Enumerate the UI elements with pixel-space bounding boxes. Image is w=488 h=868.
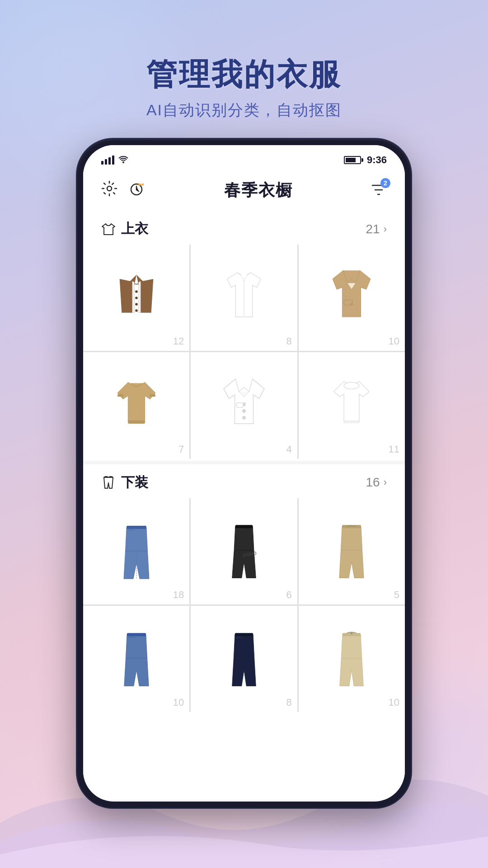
svg-point-15: [344, 382, 360, 389]
nav-title: 春季衣橱: [224, 179, 293, 202]
svg-rect-19: [235, 525, 253, 528]
app-content: 春季衣橱 2: [83, 170, 405, 800]
signal-icon: [101, 156, 114, 165]
item-count: 8: [286, 335, 291, 347]
item-count: 4: [286, 443, 291, 455]
page-subtitle: AI自动识别分类，自动抠图: [146, 100, 342, 121]
svg-rect-11: [150, 394, 155, 397]
item-count: 5: [394, 589, 399, 601]
item-count: 6: [286, 589, 291, 601]
item-count: 18: [173, 589, 184, 601]
header-section: 管理我的衣服 AI自动识别分类，自动抠图: [146, 54, 342, 121]
clothing-item-pants-navy[interactable]: 8: [191, 606, 297, 712]
bottoms-grid: 18: [83, 498, 405, 712]
svg-point-8: [351, 303, 353, 306]
item-count: 11: [389, 443, 399, 455]
svg-rect-23: [235, 633, 253, 636]
category-tops: 上衣 21 ›: [83, 211, 405, 459]
tops-title: 上衣: [101, 220, 148, 238]
item-count: 12: [173, 335, 184, 347]
svg-rect-22: [127, 633, 146, 636]
phone-mockup: 9:36: [77, 139, 411, 808]
battery-icon: [344, 156, 363, 164]
page-title: 管理我的衣服: [146, 54, 342, 95]
top-nav: 春季衣橱 2: [83, 170, 405, 211]
clothing-item-tshirt-white[interactable]: 11: [299, 352, 405, 458]
tops-count[interactable]: 21 ›: [366, 222, 387, 236]
svg-point-13: [243, 410, 246, 413]
status-bar: 9:36: [83, 145, 405, 170]
bottoms-title: 下装: [101, 473, 148, 492]
svg-rect-9: [128, 420, 145, 424]
clothing-item-pants-beige[interactable]: 10: [299, 606, 405, 712]
svg-point-2: [135, 290, 138, 293]
clothing-item-jeans-black[interactable]: ANNO 6: [191, 498, 297, 604]
filter-button[interactable]: 2: [371, 182, 387, 200]
clothing-item-jeans-blue2[interactable]: 10: [83, 606, 189, 712]
svg-rect-17: [127, 526, 146, 529]
clock-crown-icon[interactable]: [128, 180, 146, 201]
svg-point-25: [351, 632, 353, 634]
svg-point-3: [135, 297, 138, 299]
wifi-icon: [118, 154, 129, 166]
svg-point-14: [243, 416, 246, 420]
bottoms-count[interactable]: 16 ›: [366, 475, 387, 490]
item-count: 10: [389, 335, 399, 347]
item-count: 10: [173, 697, 184, 708]
svg-point-4: [135, 303, 138, 306]
filter-badge: 2: [380, 178, 390, 188]
clothing-item-jacket-white[interactable]: 4: [191, 352, 297, 458]
settings-icon[interactable]: [101, 180, 117, 201]
svg-rect-10: [117, 394, 123, 397]
item-count: 7: [178, 443, 184, 455]
svg-point-0: [107, 186, 112, 191]
scroll-area[interactable]: 上衣 21 ›: [83, 211, 405, 799]
svg-rect-16: [344, 420, 360, 424]
clock-time: 9:36: [367, 154, 387, 166]
item-count: 10: [389, 697, 399, 708]
item-count: 8: [286, 697, 291, 708]
clothing-item-jeans-blue[interactable]: 18: [83, 498, 189, 604]
clothing-item-vest-brown[interactable]: 12: [83, 245, 189, 351]
clothing-item-blazer-tan[interactable]: 10: [299, 245, 405, 351]
clothing-item-shirt-white[interactable]: 8: [191, 245, 297, 351]
category-bottoms: 下装 16 ›: [83, 464, 405, 712]
svg-point-5: [135, 309, 138, 312]
tops-grid: 12: [83, 245, 405, 459]
clothing-item-sweater-tan[interactable]: 7: [83, 352, 189, 458]
clothing-item-pants-tan[interactable]: 5: [299, 498, 405, 604]
